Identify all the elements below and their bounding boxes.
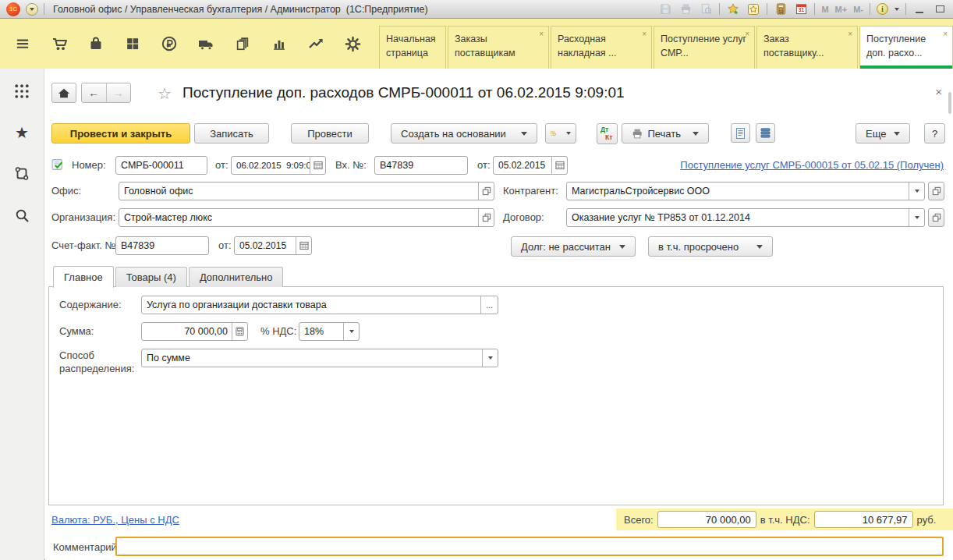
tab-supplier-orders[interactable]: Заказы поставщикам× [448, 26, 549, 69]
maximize-button[interactable] [933, 2, 947, 16]
favorite-toggle-icon[interactable]: ☆ [158, 84, 172, 103]
content-input[interactable]: Услуга по организации доставки товара ..… [141, 296, 498, 314]
calendar-picker-icon[interactable] [551, 157, 567, 174]
tab-label: Заказ поставщику... [763, 34, 824, 58]
open-counterparty-button[interactable] [928, 182, 944, 200]
search-icon[interactable] [12, 205, 32, 225]
sales-bag-icon[interactable] [87, 35, 105, 52]
tab-additional[interactable]: Дополнительно [189, 267, 284, 287]
dropdown-icon[interactable] [343, 323, 359, 340]
gear-icon[interactable] [344, 35, 361, 52]
tab-home[interactable]: Начальная страница [379, 26, 446, 69]
add-favorite-icon[interactable] [726, 2, 740, 16]
workspace-tabs: Начальная страница Заказы поставщикам× Р… [379, 26, 953, 69]
1c-logo-icon: 1С [6, 2, 20, 16]
favorites-star-icon[interactable]: ★ [12, 122, 32, 143]
calendar-picker-icon[interactable] [310, 157, 325, 174]
main-menu-button[interactable] [26, 3, 38, 16]
create-document-menu-button[interactable] [545, 123, 576, 144]
close-tab-icon[interactable]: × [642, 29, 647, 41]
dropdown-icon[interactable] [909, 209, 924, 226]
memory-m-plus-button[interactable]: M+ [835, 5, 848, 14]
currency-settings-link[interactable]: Валюта: РУБ., Цены с НДС [51, 514, 179, 526]
all-functions-grid-icon[interactable] [12, 81, 32, 101]
vat-value: 18% [304, 326, 343, 337]
calendar-picker-icon[interactable] [296, 237, 311, 254]
back-button[interactable]: ← [82, 83, 107, 102]
tab-services-receipt[interactable]: Поступление услуг СМР...× [654, 26, 755, 69]
office-input[interactable]: Головной офис [119, 182, 494, 200]
menu-icon[interactable] [14, 35, 31, 52]
open-item-icon[interactable] [478, 183, 494, 200]
purchases-cart-icon[interactable] [51, 35, 68, 52]
calendar-icon[interactable]: 31 [794, 2, 808, 16]
vat-select[interactable]: 18% [299, 322, 360, 341]
counterparty-input[interactable]: МагистральСтройсервис ООО [566, 182, 925, 200]
debt-button[interactable]: Долг: не рассчитан [511, 236, 636, 257]
number-input[interactable]: СМРБ-000011 [115, 156, 207, 175]
info-icon[interactable]: i [877, 3, 888, 15]
favorites-list-icon[interactable] [746, 2, 760, 16]
amount-label: Сумма: [59, 325, 94, 337]
create-based-on-button[interactable]: Создать на основании [391, 123, 537, 144]
info-chevron-icon[interactable] [895, 8, 899, 11]
open-contract-button[interactable] [928, 208, 944, 227]
forward-button[interactable]: → [107, 83, 131, 102]
office-counterparty-row: Офис: Головной офис Контрагент: Магистра… [45, 182, 953, 202]
tab-supplier-order[interactable]: Заказ поставщику...× [756, 26, 858, 69]
write-button[interactable]: Записать [194, 123, 269, 144]
print-preview-icon[interactable] [699, 2, 713, 16]
calculator-picker-icon[interactable] [232, 323, 247, 340]
crm-tiles-icon[interactable] [124, 35, 141, 52]
close-tab-icon[interactable]: × [848, 29, 852, 41]
organization-input[interactable]: Строй-мастер люкс [119, 208, 494, 227]
dropdown-icon[interactable] [482, 349, 498, 367]
documents-icon[interactable] [234, 35, 251, 52]
memory-m-minus-button[interactable]: M- [853, 5, 863, 14]
post-button[interactable]: Провести [291, 123, 369, 144]
home-button[interactable] [51, 83, 76, 103]
comment-input[interactable] [115, 537, 944, 556]
ellipsis-button[interactable]: ... [480, 296, 498, 314]
close-tab-icon[interactable]: × [943, 29, 948, 41]
close-tab-icon[interactable]: × [539, 29, 544, 41]
tab-main[interactable]: Главное [53, 266, 114, 288]
print-button[interactable]: Печать [622, 123, 709, 144]
incoming-date-input[interactable]: 05.02.2015 [493, 156, 568, 175]
dt-kt-postings-button[interactable]: ДтКт [597, 123, 618, 144]
post-and-close-button[interactable]: Провести и закрыть [51, 123, 190, 144]
tab-expense-invoice[interactable]: Расходная накладная ...× [551, 26, 652, 69]
bar-chart-icon[interactable] [271, 35, 288, 52]
money-ruble-icon[interactable] [161, 35, 178, 52]
close-tab-icon[interactable]: × [745, 29, 749, 41]
reports-button[interactable] [731, 123, 750, 143]
invoice-number-input[interactable]: B47839 [115, 236, 209, 255]
tab-goods[interactable]: Товары (4) [115, 267, 187, 287]
open-item-icon[interactable] [478, 209, 494, 226]
contract-input[interactable]: Оказание услуг № ТР853 от 01.12.2014 [566, 208, 925, 227]
print-icon[interactable] [678, 2, 693, 16]
print-label: Печать [647, 128, 681, 140]
invoice-date-input[interactable]: 05.02.2015 [234, 236, 312, 255]
amount-input[interactable]: 70 000,00 [141, 322, 248, 341]
number-value: СМРБ-000011 [121, 160, 207, 171]
vat-total-value: 10 677,97 [863, 514, 908, 526]
trend-line-icon[interactable] [307, 35, 324, 52]
memory-m-button[interactable]: M [821, 5, 828, 14]
dropdown-icon[interactable] [909, 183, 924, 200]
distribution-select[interactable]: По сумме [141, 349, 498, 367]
save-icon[interactable] [658, 2, 672, 16]
overdue-button[interactable]: в т.ч. просрочено [648, 236, 773, 257]
history-icon[interactable] [12, 164, 32, 184]
calculator-icon[interactable] [774, 2, 788, 16]
help-button[interactable]: ? [924, 123, 945, 144]
delivery-truck-icon[interactable] [197, 35, 214, 52]
minimize-button[interactable] [912, 2, 926, 16]
incoming-number-input[interactable]: B47839 [374, 156, 468, 175]
main-tab-panel: Содержание: Услуга по организации достав… [48, 286, 944, 505]
data-structure-button[interactable] [756, 123, 775, 143]
base-document-link[interactable]: Поступление услуг СМРБ-000015 от 05.02.1… [680, 159, 944, 171]
date-input[interactable]: 06.02.2015 9:09:01 [231, 156, 326, 175]
more-button[interactable]: Еще [856, 123, 910, 144]
tab-additional-expenses[interactable]: Поступление доп. расхо...× [859, 26, 953, 69]
